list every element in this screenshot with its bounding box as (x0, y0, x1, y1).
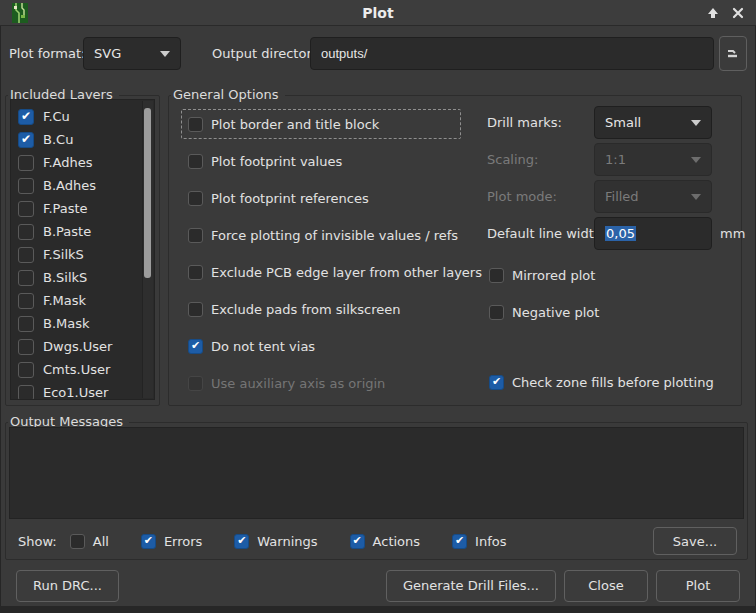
layer-f-mask-checkbox[interactable] (18, 293, 34, 309)
layer-dwgs-user-checkbox[interactable] (18, 339, 34, 355)
option-checkbox[interactable] (188, 154, 203, 169)
layer-f-mask-row[interactable]: F.Mask (11, 289, 154, 312)
filter-actions-row[interactable]: Actions (350, 526, 421, 556)
option-checkbox[interactable] (188, 191, 203, 206)
layer-f-adhes-checkbox[interactable] (18, 155, 34, 171)
option-label: Plot border and title block (211, 117, 379, 132)
layer-b-cu-row[interactable]: B.Cu (11, 128, 154, 151)
layer-b-cu-checkbox-checked[interactable] (18, 132, 34, 148)
filter-actions-checkbox-checked[interactable] (350, 534, 365, 549)
option-row[interactable]: Plot footprint references (181, 183, 482, 213)
option-row[interactable]: Do not tent vias (181, 331, 482, 361)
layer-b-adhes-checkbox[interactable] (18, 178, 34, 194)
layer-b-mask-checkbox[interactable] (18, 316, 34, 332)
control-row: Scaling:1:1 (487, 143, 739, 176)
option-checkbox[interactable] (188, 302, 203, 317)
chevron-down-icon (691, 120, 701, 126)
layer-f-silks-checkbox[interactable] (18, 247, 34, 263)
filter-warnings-row[interactable]: Warnings (234, 526, 317, 556)
option-checkbox (188, 376, 203, 391)
layer-f-adhes-row[interactable]: F.Adhes (11, 151, 154, 174)
layers-list[interactable]: F.CuB.CuF.AdhesB.AdhesF.PasteB.PasteF.Si… (10, 99, 155, 400)
default-line-width-input[interactable]: 0,05 (594, 217, 712, 250)
output-messages-group: Output Messages Show: AllErrorsWarningsA… (5, 422, 748, 560)
shade-window-icon[interactable] (704, 4, 722, 22)
close-window-icon[interactable] (729, 4, 747, 22)
run-drc-button[interactable]: Run DRC... (16, 570, 119, 602)
layer-b-silks-row[interactable]: B.SilkS (11, 266, 154, 289)
scrollbar-thumb[interactable] (144, 108, 151, 278)
layer-b-mask-row[interactable]: B.Mask (11, 312, 154, 335)
control-row: Plot mode:Filled (487, 180, 739, 213)
folder-icon (725, 47, 741, 61)
layers-scrollbar[interactable] (142, 101, 153, 398)
option-label: Mirrored plot (512, 268, 595, 283)
option-row[interactable]: Mirrored plot (487, 260, 739, 290)
option-row[interactable]: Force plotting of invisible values / ref… (181, 220, 482, 250)
browse-output-directory-button[interactable] (719, 36, 747, 71)
filter-infos-label: Infos (475, 534, 506, 549)
option-checkbox[interactable] (489, 305, 504, 320)
layer-dwgs-user-row[interactable]: Dwgs.User (11, 335, 154, 358)
scaling-dropdown: 1:1 (594, 143, 712, 176)
layer-f-paste-checkbox[interactable] (18, 201, 34, 217)
filter-all-checkbox[interactable] (70, 534, 85, 549)
output-messages-area[interactable] (9, 427, 744, 519)
layer-b-silks-checkbox[interactable] (18, 270, 34, 286)
filter-all-label: All (93, 534, 109, 549)
filter-errors-checkbox-checked[interactable] (141, 534, 156, 549)
option-row[interactable]: Plot border and title block (181, 109, 461, 139)
option-row[interactable]: Negative plot (487, 297, 739, 327)
option-checkbox-checked[interactable] (188, 339, 203, 354)
filter-infos-row[interactable]: Infos (452, 526, 506, 556)
layer-eco1-user-checkbox[interactable] (18, 385, 34, 401)
plot-button[interactable]: Plot (656, 570, 740, 602)
option-label: Do not tent vias (211, 339, 315, 354)
layer-cmts-user-checkbox[interactable] (18, 362, 34, 378)
plot-format-dropdown[interactable]: SVG (83, 37, 181, 70)
close-button[interactable]: Close (564, 570, 648, 602)
layer-eco1-user-label: Eco1.User (43, 385, 108, 400)
filter-errors-row[interactable]: Errors (141, 526, 202, 556)
layer-f-cu-checkbox-checked[interactable] (18, 109, 34, 125)
layer-b-adhes-row[interactable]: B.Adhes (11, 174, 154, 197)
option-row[interactable]: Use auxiliary axis as origin (181, 368, 482, 398)
option-row[interactable]: Check zone fills before plotting (487, 367, 739, 397)
layer-f-cu-row[interactable]: F.Cu (11, 105, 154, 128)
titlebar[interactable]: Plot (0, 0, 756, 26)
option-checkbox-checked[interactable] (489, 375, 504, 390)
show-label: Show: (18, 534, 57, 549)
option-checkbox[interactable] (188, 117, 203, 132)
line-width-unit-label: mm (720, 226, 745, 241)
control-row: Default line width:0,05mm (487, 217, 739, 250)
filter-warnings-checkbox-checked[interactable] (234, 534, 249, 549)
layer-f-silks-row[interactable]: F.SilkS (11, 243, 154, 266)
window-title: Plot (0, 0, 756, 26)
output-directory-input[interactable] (310, 37, 714, 70)
option-checkbox[interactable] (188, 228, 203, 243)
layer-b-adhes-label: B.Adhes (43, 178, 96, 193)
layer-b-paste-checkbox[interactable] (18, 224, 34, 240)
layer-b-paste-row[interactable]: B.Paste (11, 220, 154, 243)
option-row[interactable]: Plot footprint values (181, 146, 482, 176)
layer-f-paste-label: F.Paste (43, 201, 88, 216)
option-checkbox[interactable] (188, 265, 203, 280)
layer-cmts-user-row[interactable]: Cmts.User (11, 358, 154, 381)
plot-format-label: Plot format: (9, 46, 85, 61)
layer-f-silks-label: F.SilkS (43, 247, 84, 262)
option-row[interactable]: Exclude PCB edge layer from other layers (181, 257, 482, 287)
chevron-down-icon (160, 51, 170, 57)
option-row[interactable]: Exclude pads from silkscreen (181, 294, 482, 324)
layer-f-paste-row[interactable]: F.Paste (11, 197, 154, 220)
option-label: Use auxiliary axis as origin (211, 376, 385, 391)
filter-all-row[interactable]: All (70, 526, 109, 556)
plot-mode-dropdown: Filled (594, 180, 712, 213)
drill-marks-dropdown[interactable]: Small (594, 106, 712, 139)
footer-button-row: Run DRC... Generate Drill Files... Close… (16, 569, 740, 602)
option-checkbox[interactable] (489, 268, 504, 283)
save-messages-button[interactable]: Save... (653, 527, 737, 555)
filter-infos-checkbox-checked[interactable] (452, 534, 467, 549)
control-row: Drill marks:Small (487, 106, 739, 139)
layer-eco1-user-row[interactable]: Eco1.User (11, 381, 154, 400)
generate-drill-files-button[interactable]: Generate Drill Files... (386, 570, 556, 602)
